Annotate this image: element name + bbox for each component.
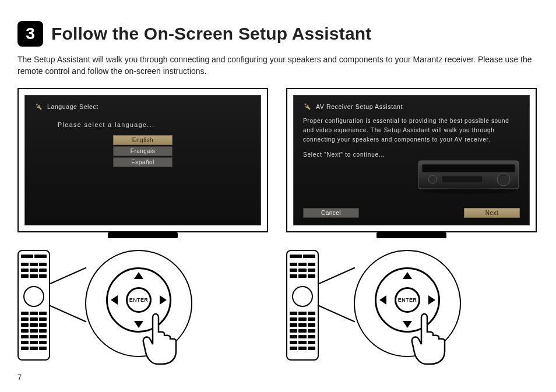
language-option-english[interactable]: English [113,135,173,145]
language-prompt: Please select a language... [58,121,251,128]
tv-screens-row: Language Select Please select a language… [17,88,539,232]
arrow-left-icon [111,295,118,305]
cancel-button[interactable]: Cancel [303,208,359,218]
remote-diagram-right: ENTER [286,250,539,361]
page-title: Follow the On-Screen Setup Assistant [51,24,372,44]
av-receiver-illustration [416,150,521,196]
screen-title-row: AV Receiver Setup Assistant [303,103,520,111]
remote-control-illustration [286,250,319,361]
tv-frame-left: Language Select Please select a language… [17,88,268,232]
tools-icon [34,103,43,111]
tv-right-wrap: AV Receiver Setup Assistant Proper confi… [286,88,539,232]
callout-line [318,267,356,284]
tv-frame-right: AV Receiver Setup Assistant Proper confi… [286,88,537,232]
language-list: English Français Español [34,135,251,167]
remote-control-illustration [17,250,50,361]
tv-screen-left: Language Select Please select a language… [24,95,261,225]
language-option-espanol[interactable]: Español [113,157,173,167]
screen-left-title: Language Select [47,103,98,110]
dpad-callout: ENTER [319,250,539,361]
heading-row: 3 Follow the On-Screen Setup Assistant [17,21,539,47]
svg-rect-4 [442,176,483,183]
callout-line [49,267,87,284]
arrow-up-icon [134,272,143,279]
arrow-up-icon [403,272,412,279]
callout-line [49,305,87,322]
assistant-body-text: Proper configuration is essential to pro… [303,116,520,144]
callout-line [318,305,356,322]
step-number-badge: 3 [17,21,43,47]
remotes-row: ENTER [17,250,539,361]
svg-point-5 [422,188,515,194]
page-number: 7 [17,373,22,382]
next-button[interactable]: Next [464,208,520,218]
manual-page: 3 Follow the On-Screen Setup Assistant T… [0,0,556,392]
arrow-right-icon [160,295,167,305]
svg-rect-1 [422,164,515,172]
tv-screen-right: AV Receiver Setup Assistant Proper confi… [293,95,530,225]
dpad-callout: ENTER [50,250,270,361]
arrow-right-icon [428,295,435,305]
screen-right-title: AV Receiver Setup Assistant [316,103,403,110]
svg-point-2 [497,173,510,186]
hand-pointer-icon [141,306,205,370]
tools-icon [303,103,311,111]
language-option-francais[interactable]: Français [113,146,173,156]
arrow-left-icon [379,295,386,305]
intro-text: The Setup Assistant will walk you throug… [17,54,539,77]
screen-title-row: Language Select [34,103,251,111]
remote-diagram-left: ENTER [17,250,270,361]
tv-button-row: Cancel Next [303,208,520,218]
tv-left-wrap: Language Select Please select a language… [17,88,270,232]
svg-point-3 [428,175,437,183]
hand-pointer-icon [410,306,474,370]
